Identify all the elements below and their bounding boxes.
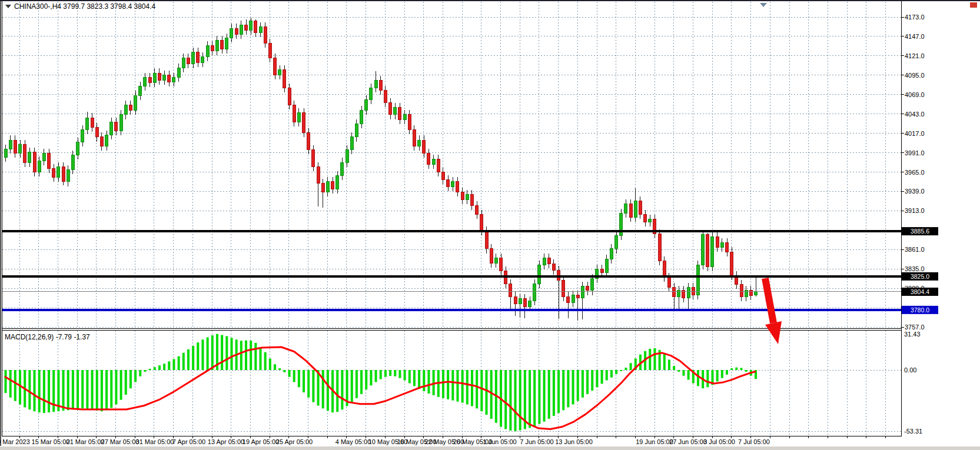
macd-histogram-bar: [336, 370, 338, 412]
macd-histogram-bar: [615, 370, 617, 374]
macd-histogram-bar: [81, 370, 84, 408]
macd-histogram-bar: [5, 370, 7, 393]
macd-histogram-bar: [610, 370, 613, 378]
close-chart-button[interactable]: [970, 2, 977, 8]
macd-histogram-bar: [427, 370, 430, 394]
candlestick: [529, 301, 531, 307]
macd-histogram-bar: [72, 370, 74, 409]
symbol-ohlc-label: CHINA300-,H4 3799.7 3823.3 3798.4 3804.4: [14, 2, 156, 11]
candlestick: [533, 284, 536, 301]
candlestick: [562, 280, 565, 296]
time-axis-label: 1 Jun 05:00: [483, 438, 517, 445]
candlestick: [139, 86, 142, 95]
candlestick: [158, 73, 161, 81]
time-axis-label: 7 Jul 05:00: [738, 438, 770, 445]
candlestick: [148, 78, 151, 83]
candlestick: [119, 115, 122, 131]
candlestick: [303, 112, 305, 132]
candlestick: [466, 195, 469, 200]
price-axis-label: 4043.0: [905, 111, 925, 118]
chart-background: [0, 0, 980, 450]
window-bottom-strip: [0, 446, 980, 450]
candlestick: [413, 129, 416, 146]
time-axis-label: 25 Apr 05:00: [276, 438, 313, 445]
candlestick: [644, 215, 647, 222]
candlestick: [600, 269, 603, 272]
macd-histogram-bar: [404, 370, 406, 381]
candlestick: [692, 288, 695, 295]
macd-histogram-bar: [677, 370, 680, 372]
candlestick: [336, 176, 339, 189]
macd-histogram-bar: [158, 365, 161, 370]
macd-histogram-bar: [480, 370, 483, 411]
macd-histogram-bar: [9, 370, 12, 398]
macd-histogram-bar: [504, 370, 507, 429]
candlestick: [168, 75, 171, 82]
candlestick: [67, 170, 69, 182]
candlestick: [144, 78, 147, 86]
macd-histogram-bar: [682, 370, 685, 376]
macd-histogram-bar: [134, 370, 137, 382]
macd-histogram-bar: [288, 370, 291, 377]
macd-histogram-bar: [38, 370, 41, 412]
candlestick: [740, 285, 743, 296]
candlestick: [673, 288, 676, 296]
macd-histogram-bar: [486, 370, 488, 415]
macd-histogram-bar: [14, 370, 16, 401]
macd-histogram-bar: [211, 335, 214, 370]
macd-histogram-bar: [519, 370, 521, 430]
candlestick: [221, 40, 224, 49]
macd-histogram-bar: [461, 370, 464, 403]
macd-histogram-bar: [115, 370, 117, 405]
macd-histogram-bar: [163, 364, 165, 370]
candlestick: [240, 25, 242, 34]
candlestick: [177, 68, 180, 77]
candlestick: [288, 88, 291, 105]
macd-histogram-bar: [356, 370, 358, 398]
candlestick: [230, 28, 233, 38]
candlestick: [100, 137, 103, 146]
macd-histogram-bar: [553, 370, 555, 416]
macd-histogram-bar: [110, 370, 112, 408]
macd-histogram-bar: [322, 370, 324, 408]
price-axis-label: 3913.0: [905, 207, 925, 214]
candlestick: [331, 182, 334, 189]
macd-histogram-bar: [591, 370, 593, 391]
candlestick: [384, 90, 387, 103]
macd-histogram-bar: [624, 368, 627, 370]
candlestick: [115, 122, 118, 131]
time-axis-label: 27 Jun 05:00: [669, 438, 707, 445]
candlestick: [33, 152, 36, 172]
macd-histogram-bar: [351, 370, 353, 402]
time-axis-label: 7 Jun 05:00: [520, 438, 554, 445]
candlestick: [365, 100, 368, 111]
candlestick: [730, 252, 733, 276]
macd-histogram-bar: [28, 370, 31, 409]
trading-chart-canvas[interactable]: 4173.04147.04121.04095.04069.04043.04017…: [0, 0, 980, 450]
candlestick: [639, 201, 642, 215]
macd-histogram-bar: [298, 370, 300, 387]
macd-histogram-bar: [250, 341, 252, 370]
macd-histogram-bar: [254, 343, 257, 370]
macd-histogram-bar: [740, 368, 743, 370]
macd-histogram-bar: [394, 370, 396, 376]
macd-histogram-bar: [687, 370, 690, 380]
macd-histogram-bar: [606, 370, 608, 381]
price-axis-label: 4069.0: [905, 91, 925, 98]
candlestick: [346, 149, 348, 162]
candlestick: [192, 52, 195, 64]
time-axis-label: 15 Mar 05:00: [32, 438, 70, 445]
candlestick: [235, 28, 238, 34]
candlestick: [24, 145, 26, 162]
candlestick: [274, 58, 277, 75]
candlestick: [514, 296, 517, 304]
candlestick: [509, 284, 512, 297]
candlestick: [696, 265, 699, 295]
candlestick: [321, 184, 324, 192]
price-axis-label: 3861.0: [905, 246, 925, 253]
macd-histogram-bar: [240, 341, 242, 370]
candlestick: [610, 249, 613, 259]
macd-histogram-bar: [144, 370, 146, 372]
candlestick: [456, 182, 459, 192]
macd-histogram-bar: [668, 359, 670, 370]
